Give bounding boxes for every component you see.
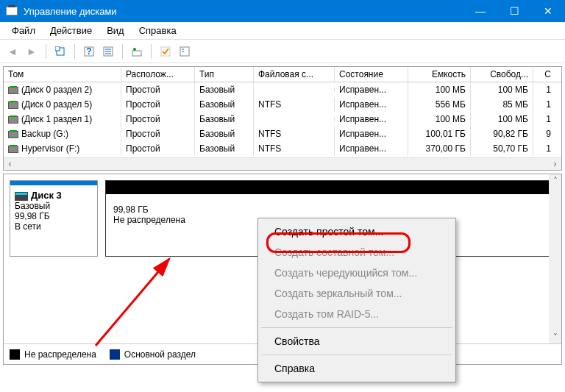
detail-button[interactable]	[177, 43, 193, 60]
separator	[261, 327, 452, 328]
svg-point-9	[133, 48, 136, 51]
col-capacity[interactable]: Емкость	[408, 67, 471, 82]
volume-icon	[8, 87, 18, 94]
volume-table: Том Располож... Тип Файловая с... Состоя…	[3, 66, 562, 171]
swatch-black-icon	[10, 349, 20, 360]
window-title: Управление дисками	[24, 6, 463, 17]
menu-file[interactable]: Файл	[4, 23, 43, 38]
table-row[interactable]: (Диск 0 раздел 2)ПростойБазовыйИсправен.…	[4, 82, 561, 97]
disk-size: 99,98 ГБ	[15, 211, 93, 221]
legend-unallocated: Не распределена	[10, 349, 96, 360]
col-type[interactable]: Тип	[195, 67, 254, 82]
legend-primary: Основной раздел	[110, 349, 196, 360]
check-button[interactable]	[157, 43, 174, 60]
col-pct[interactable]: С	[533, 67, 555, 82]
context-menu: Создать простой том... Создать составной…	[257, 218, 456, 382]
scroll-up-icon[interactable]: ˄	[549, 174, 561, 187]
refresh-button[interactable]	[52, 43, 68, 60]
separator	[46, 44, 46, 59]
settings-button[interactable]	[129, 43, 145, 60]
volume-icon	[8, 146, 18, 153]
col-status[interactable]: Состояние	[335, 67, 408, 82]
disk-status: В сети	[15, 221, 93, 232]
v-scrollbar[interactable]: ˄ ˅	[549, 174, 561, 343]
scroll-right-icon[interactable]: ›	[549, 158, 561, 171]
titlebar: Управление дисками — ☐ ✕	[0, 0, 565, 22]
ctx-create-striped-volume[interactable]: Создать чередующийся том...	[260, 263, 454, 283]
disk-info-body: Диск 3 Базовый 99,98 ГБ В сети	[10, 185, 97, 236]
table-body[interactable]: (Диск 0 раздел 2)ПростойБазовыйИсправен.…	[4, 82, 561, 157]
volume-header-bar	[106, 181, 555, 194]
col-layout[interactable]: Располож...	[121, 67, 195, 82]
col-fs[interactable]: Файловая с...	[254, 67, 335, 82]
ctx-help[interactable]: Справка	[260, 358, 454, 379]
separator	[74, 44, 75, 59]
table-header: Том Располож... Тип Файловая с... Состоя…	[4, 67, 561, 82]
menu-view[interactable]: Вид	[99, 23, 132, 38]
disk-type: Базовый	[15, 201, 93, 211]
volume-size: 99,98 ГБ	[113, 204, 547, 215]
ctx-properties[interactable]: Свойства	[260, 331, 454, 352]
legend-primary-label: Основной раздел	[124, 349, 196, 360]
svg-rect-1	[55, 46, 60, 51]
volume-icon	[8, 101, 18, 109]
toolbar: ◄ ► ?	[0, 40, 565, 63]
close-button[interactable]: ✕	[531, 0, 565, 22]
disk-title: Диск 3	[31, 190, 62, 201]
disk-info-box[interactable]: Диск 3 Базовый 99,98 ГБ В сети	[10, 180, 98, 257]
svg-rect-8	[132, 51, 141, 56]
app-icon	[6, 7, 18, 15]
minimize-button[interactable]: —	[463, 0, 497, 22]
svg-text:?: ?	[86, 46, 91, 57]
col-volume[interactable]: Том	[4, 67, 121, 82]
table-row[interactable]: (Диск 0 раздел 5)ПростойБазовыйNTFSИспра…	[4, 97, 561, 112]
separator	[261, 354, 452, 355]
ctx-create-mirrored-volume[interactable]: Создать зеркальный том...	[260, 283, 454, 304]
separator	[122, 44, 123, 59]
back-button[interactable]: ◄	[4, 43, 21, 60]
volume-icon	[8, 116, 18, 124]
separator	[151, 44, 152, 59]
table-row[interactable]: (Диск 1 раздел 1)ПростойБазовыйИсправен.…	[4, 112, 561, 126]
help-button[interactable]: ?	[81, 43, 97, 60]
menubar: Файл Действие Вид Справка	[0, 22, 565, 40]
menu-help[interactable]: Справка	[132, 23, 184, 38]
table-row[interactable]: Hypervisor (F:)ПростойБазовыйNTFSИсправе…	[4, 141, 561, 156]
swatch-blue-icon	[110, 349, 120, 360]
scroll-left-icon[interactable]: ‹	[4, 158, 16, 171]
ctx-create-spanned-volume[interactable]: Создать составной том...	[260, 242, 454, 263]
ctx-create-simple-volume[interactable]: Создать простой том...	[260, 221, 454, 242]
scroll-thumb[interactable]	[549, 187, 561, 331]
scroll-down-icon[interactable]: ˅	[549, 331, 561, 343]
h-scrollbar[interactable]: ‹ ›	[4, 157, 561, 170]
disk-icon	[15, 192, 28, 201]
maximize-button[interactable]: ☐	[497, 0, 531, 22]
svg-rect-11	[180, 47, 189, 56]
menu-action[interactable]: Действие	[43, 23, 99, 38]
col-free[interactable]: Свобод...	[471, 67, 533, 82]
legend-unallocated-label: Не распределена	[24, 349, 96, 360]
list-button[interactable]	[100, 43, 116, 60]
volume-icon	[8, 131, 18, 138]
forward-button[interactable]: ►	[24, 43, 40, 60]
ctx-create-raid5-volume[interactable]: Создать том RAID-5...	[260, 304, 454, 324]
table-row[interactable]: Backup (G:)ПростойБазовыйNTFSИсправен...…	[4, 126, 561, 141]
